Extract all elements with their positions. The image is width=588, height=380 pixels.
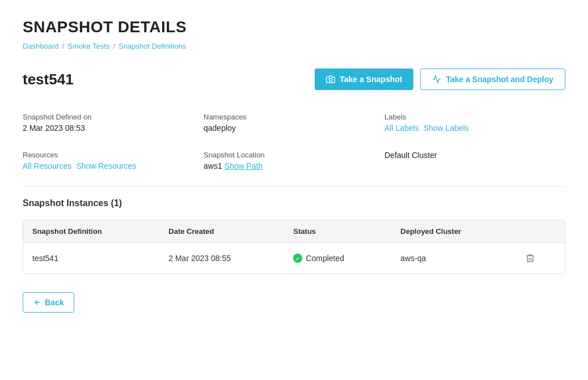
meta-labels-label: Labels xyxy=(384,113,565,121)
meta-cluster: Default Cluster xyxy=(384,146,565,175)
meta-defined: Snapshot Defined on 2 Mar 2023 08:53 xyxy=(23,108,204,137)
meta-location-value: aws1 Show Path xyxy=(204,161,384,170)
row-definition: test541 xyxy=(23,243,159,274)
breadcrumb-dashboard[interactable]: Dashboard xyxy=(23,42,59,50)
deploy-icon xyxy=(432,75,441,84)
take-snapshot-button[interactable]: Take a Snapshot xyxy=(315,69,413,90)
breadcrumb-snapshot-definitions[interactable]: Snapshot Definitions xyxy=(119,42,186,50)
col-status: Status xyxy=(284,220,391,243)
meta-defined-value: 2 Mar 2023 08:53 xyxy=(23,123,204,133)
back-button[interactable]: Back xyxy=(23,292,74,313)
row-actions xyxy=(514,243,565,274)
status-icon: ✓ xyxy=(293,254,302,263)
table-header-row: Snapshot Definition Date Created Status … xyxy=(23,220,565,243)
table-row: test541 2 Mar 2023 08:55 ✓ Completed aws… xyxy=(23,243,565,274)
meta-namespaces-label: Namespaces xyxy=(204,113,384,121)
page-title: SNAPSHOT DETAILS xyxy=(23,18,565,36)
instances-title: Snapshot Instances (1) xyxy=(23,198,565,208)
meta-labels-links: All Labels Show Labels xyxy=(384,123,565,133)
breadcrumb-sep-1: / xyxy=(62,42,65,50)
status-text: Completed xyxy=(306,254,344,263)
meta-location-label: Snapshot Location xyxy=(204,151,384,159)
meta-resources-label: Resources xyxy=(23,151,204,159)
col-actions xyxy=(514,220,565,243)
arrow-left-icon xyxy=(33,298,41,306)
meta-cluster-value: Default Cluster xyxy=(384,151,565,160)
trash-icon xyxy=(525,253,535,263)
row-date: 2 Mar 2023 08:55 xyxy=(159,243,284,274)
all-resources-link[interactable]: All Resources xyxy=(23,161,71,170)
col-cluster: Deployed Cluster xyxy=(391,220,514,243)
col-date: Date Created xyxy=(159,220,284,243)
meta-namespaces-value: qadeploy xyxy=(204,123,384,133)
meta-labels: Labels All Labels Show Labels xyxy=(384,108,565,137)
action-buttons: Take a Snapshot Take a Snapshot and Depl… xyxy=(315,69,565,90)
take-snapshot-deploy-button[interactable]: Take a Snapshot and Deploy xyxy=(420,69,565,90)
svg-point-0 xyxy=(329,78,332,81)
meta-resources-links: All Resources Show Resources xyxy=(23,161,204,170)
meta-defined-label: Snapshot Defined on xyxy=(23,113,204,121)
breadcrumb-smoke-tests[interactable]: Smoke Tests xyxy=(67,42,109,50)
meta-grid-row1: Snapshot Defined on 2 Mar 2023 08:53 Nam… xyxy=(23,108,565,137)
col-definition: Snapshot Definition xyxy=(23,220,159,243)
row-cluster: aws-qa xyxy=(391,243,514,274)
meta-resources: Resources All Resources Show Resources xyxy=(23,146,204,175)
breadcrumb-sep-2: / xyxy=(113,42,115,50)
show-path-link[interactable]: Show Path xyxy=(225,161,263,170)
meta-location: Snapshot Location aws1 Show Path xyxy=(204,146,384,175)
back-label: Back xyxy=(45,298,64,307)
delete-button[interactable] xyxy=(523,251,538,266)
instances-table: Snapshot Definition Date Created Status … xyxy=(23,220,565,274)
all-labels-link[interactable]: All Labels xyxy=(384,123,419,133)
breadcrumb: Dashboard / Smoke Tests / Snapshot Defin… xyxy=(23,42,565,50)
row-status: ✓ Completed xyxy=(284,243,391,274)
meta-namespaces: Namespaces qadeploy xyxy=(204,108,384,137)
show-resources-link[interactable]: Show Resources xyxy=(76,161,136,170)
camera-icon xyxy=(326,75,335,84)
snapshot-name: test541 xyxy=(23,71,74,88)
show-labels-link[interactable]: Show Labels xyxy=(424,123,469,133)
header-row: test541 Take a Snapshot Take a Snapshot … xyxy=(23,69,565,90)
meta-grid-row2: Resources All Resources Show Resources S… xyxy=(23,146,565,175)
divider xyxy=(23,186,565,187)
instances-table-wrapper: Snapshot Definition Date Created Status … xyxy=(23,220,565,274)
